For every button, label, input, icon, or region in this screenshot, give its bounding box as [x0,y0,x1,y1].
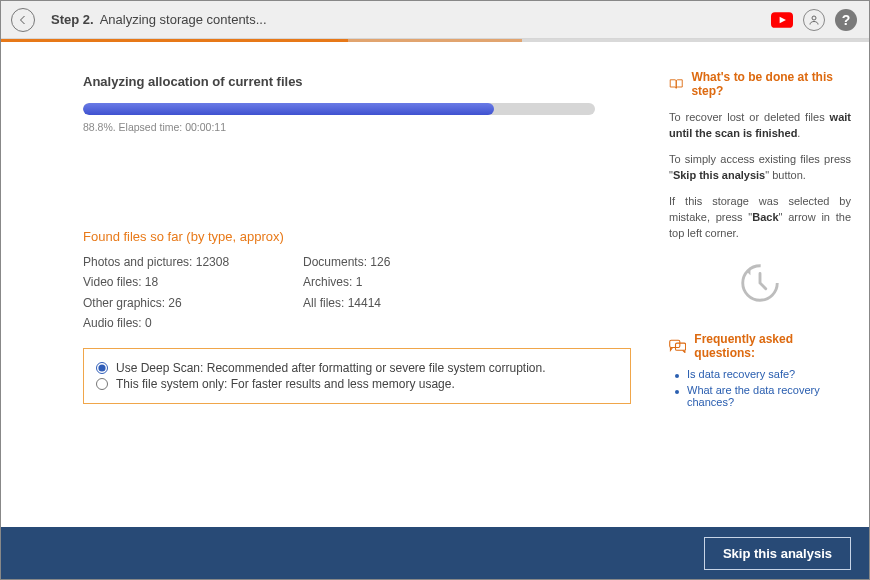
footer-bar: Skip this analysis [1,527,869,579]
main-panel: Analyzing allocation of current files 88… [1,42,661,527]
faq-heading: Frequently asked questions: [669,332,851,360]
found-title: Found files so far (by type, approx) [83,229,631,244]
header-bar: Step 2. Analyzing storage contents... ? [1,1,869,39]
stat-all: All files: 14414 [303,293,453,313]
svg-rect-4 [675,343,685,350]
svg-rect-3 [670,340,680,347]
step-text: Analyzing storage contents... [100,12,267,27]
sidebar-heading: What's to be done at this step? [669,70,851,98]
account-icon[interactable] [803,9,825,31]
option-fs-only[interactable]: This file system only: For faster result… [96,377,618,391]
sidebar-p3: If this storage was selected by mistake,… [669,194,851,242]
step-label: Step 2. Analyzing storage contents... [51,12,267,27]
faq-link-chances[interactable]: What are the data recovery chances? [687,384,820,408]
faq-item: Is data recovery safe? [675,368,851,380]
progress-title: Analyzing allocation of current files [83,74,631,89]
found-stats: Photos and pictures: 12308 Video files: … [83,252,631,334]
back-button[interactable] [11,8,35,32]
help-icon[interactable]: ? [835,9,857,31]
option-deep-label: Use Deep Scan: Recommended after formatt… [116,361,546,375]
faq-link-safe[interactable]: Is data recovery safe? [687,368,795,380]
option-fs-label: This file system only: For faster result… [116,377,455,391]
progress-caption: 88.8%. Elapsed time: 00:00:11 [83,121,631,133]
book-icon [669,77,683,91]
skip-analysis-button[interactable]: Skip this analysis [704,537,851,570]
scan-options-box: Use Deep Scan: Recommended after formatt… [83,348,631,404]
option-deep-scan[interactable]: Use Deep Scan: Recommended after formatt… [96,361,618,375]
arrow-left-icon [17,14,29,26]
radio-fs-only[interactable] [96,378,108,390]
progress-fill [83,103,494,115]
faq-item: What are the data recovery chances? [675,384,851,408]
stat-photos: Photos and pictures: 12308 [83,252,233,272]
stat-audio: Audio files: 0 [83,313,233,333]
stat-documents: Documents: 126 [303,252,453,272]
spinner-icon [737,260,783,306]
sidebar: What's to be done at this step? To recov… [661,42,869,527]
progress-bar [83,103,595,115]
faq-icon [669,339,686,353]
sidebar-p2: To simply access existing files press "S… [669,152,851,184]
step-number: Step 2. [51,12,94,27]
youtube-icon[interactable] [771,9,793,31]
sidebar-p1: To recover lost or deleted files wait un… [669,110,851,142]
radio-deep-scan[interactable] [96,362,108,374]
stat-video: Video files: 18 [83,272,233,292]
faq-list: Is data recovery safe? What are the data… [669,368,851,408]
stat-archives: Archives: 1 [303,272,453,292]
stat-graphics: Other graphics: 26 [83,293,233,313]
svg-point-1 [812,16,816,20]
